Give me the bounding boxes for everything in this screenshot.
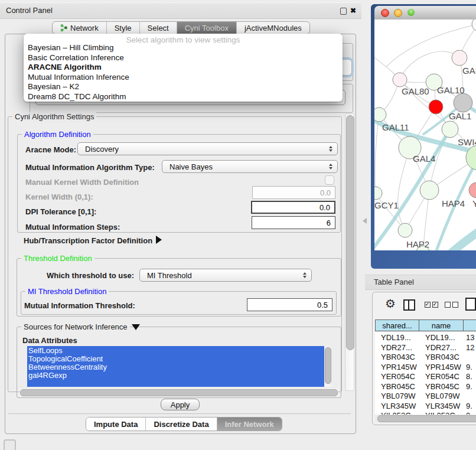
network-node[interactable] [420, 181, 439, 200]
mi-type-label: Mutual Information Algorithm Type: [25, 163, 155, 172]
close-panel-icon[interactable]: ✖ [350, 6, 356, 15]
mi-threshold-title: MI Threshold Definition [25, 287, 109, 296]
float-window-icon[interactable] [340, 8, 347, 15]
table-cell[interactable]: YBL079W [425, 392, 460, 400]
tab-jactivemnodules[interactable]: jActiveMNodules [236, 22, 309, 34]
apply-button[interactable]: Apply [161, 399, 200, 410]
attributes-hscrollbar[interactable] [19, 389, 338, 396]
zoom-window-icon[interactable] [407, 9, 415, 16]
network-node[interactable] [429, 100, 443, 114]
table-cell[interactable]: YER054C [381, 372, 415, 381]
table-cell[interactable]: 12 [466, 343, 474, 352]
network-window-titlebar[interactable] [374, 6, 476, 20]
sources-title: Sources for Network Inference [21, 322, 130, 331]
algorithm-option[interactable]: Bayesian – K2 [28, 82, 79, 91]
table-cell[interactable]: YBL079W [381, 392, 416, 400]
table-cell[interactable]: YER054C [425, 372, 459, 381]
gear-icon[interactable]: ⚙ [385, 296, 396, 311]
network-canvas[interactable]: GALGAL80GAL10GAL1GAL11SWI4GAL4HAP4YGCY1H… [374, 19, 476, 250]
table-cell[interactable]: YLR345W [381, 402, 416, 410]
hub-definition-label[interactable]: Hub/Transcription Factor Definition [24, 236, 152, 245]
tab-label: Discretize Data [154, 420, 208, 429]
manual-kernel-checkbox[interactable] [325, 175, 334, 185]
algorithm-option[interactable]: Dream8 DC_TDC Algorithm [28, 92, 126, 101]
mi-threshold-field[interactable]: 0.5 [247, 298, 332, 311]
network-node[interactable] [442, 121, 458, 138]
algorithm-option[interactable]: ARACNE Algorithm [28, 63, 102, 71]
table-cell[interactable]: 9. [466, 363, 472, 371]
table-cell[interactable]: 9. [466, 382, 472, 391]
table-body: YDL19...YDL19...13YDR27...YDR27...12YBR0… [375, 332, 476, 418]
settings-scrollbar-thumb[interactable] [346, 115, 354, 350]
attribute-item[interactable]: gal4RGexp [27, 371, 324, 380]
network-node[interactable] [398, 223, 412, 237]
table-cell[interactable]: YBR045C [425, 382, 459, 391]
table-cell[interactable]: 8. [466, 372, 472, 381]
tab-cyni-toolbox[interactable]: Cyni Toolbox [177, 22, 236, 34]
table-hscrollbar-thumb[interactable] [377, 415, 476, 422]
table-cell[interactable]: YDL19... [425, 333, 455, 342]
which-threshold-combo[interactable]: MI Threshold [139, 269, 312, 282]
attribute-item[interactable]: TopologicalCoefficient [27, 355, 324, 363]
table-cell[interactable]: YDL19... [381, 333, 411, 342]
table-cell[interactable]: 9. [466, 402, 472, 410]
network-node[interactable] [393, 73, 407, 87]
network-node[interactable] [472, 19, 476, 31]
kernel-width-field[interactable]: 0.0 [252, 186, 335, 199]
tab-style[interactable]: Style [106, 22, 139, 34]
network-icon [60, 24, 67, 32]
table-cell[interactable]: YLR345W [425, 402, 460, 410]
tab-discretize-data[interactable]: Discretize Data [145, 418, 216, 431]
mi-steps-field[interactable]: 6 [252, 216, 335, 229]
table-cell[interactable]: YBR043C [425, 353, 459, 361]
dock-icon[interactable] [4, 439, 16, 450]
table-hscrollbar[interactable] [375, 415, 476, 422]
algorithm-option[interactable]: Basic Correlation Inference [28, 53, 124, 62]
network-node[interactable] [374, 187, 382, 200]
dpi-tolerance-field[interactable]: 0.0 [251, 201, 335, 214]
hub-expand-icon[interactable] [156, 236, 162, 244]
tab-network[interactable]: Network [53, 22, 106, 34]
aracne-mode-combo[interactable]: Discovery [77, 142, 338, 155]
table-cell[interactable]: YDR27... [381, 343, 412, 352]
sources-collapse-icon[interactable] [132, 324, 140, 330]
data-attributes-label: Data Attributes [22, 336, 77, 345]
algorithm-option[interactable]: Bayesian – Hill Climbing [28, 43, 114, 52]
mi-type-combo[interactable]: Naive Bayes [162, 160, 338, 173]
attribute-item[interactable]: SelfLoops [27, 347, 324, 355]
table-cell[interactable]: YPR145W [425, 363, 461, 371]
table-panel-title: Table Panel [374, 278, 414, 286]
mi-type-value: Naive Bayes [169, 162, 213, 171]
tab-impute-data[interactable]: Impute Data [86, 418, 145, 431]
attribute-item[interactable]: BetweennessCentrality [27, 363, 324, 371]
attributes-hscrollbar-thumb[interactable] [20, 389, 338, 396]
attributes-vscrollbar[interactable] [324, 346, 331, 387]
minimize-window-icon[interactable] [394, 9, 402, 17]
attributes-list[interactable]: SelfLoopsTopologicalCoefficientBetweenne… [27, 346, 324, 387]
column-header[interactable]: shared... [375, 319, 419, 331]
column-header[interactable]: name [419, 319, 464, 331]
algorithm-option[interactable]: Mutual Information Inference [28, 73, 129, 81]
close-window-icon[interactable] [381, 9, 389, 17]
network-node[interactable] [374, 107, 386, 122]
new-table-icon[interactable] [465, 298, 476, 311]
network-node-label: HAP4 [442, 198, 465, 208]
network-node[interactable] [469, 182, 476, 198]
attributes-vscrollbar-thumb[interactable] [325, 347, 331, 384]
table-cell[interactable]: YBR043C [381, 353, 415, 361]
network-node-label: GAL11 [382, 122, 409, 132]
table-cell[interactable]: 13 [466, 333, 474, 342]
table-cell[interactable]: YDR27... [425, 343, 457, 352]
table-cell[interactable]: YPR145W [381, 363, 417, 371]
network-node[interactable] [452, 50, 467, 66]
aracne-mode-label: Aracne Mode: [25, 145, 76, 154]
tab-infer-network[interactable]: Infer Network [217, 418, 282, 431]
columns-icon[interactable] [403, 299, 415, 311]
settings-scrollbar[interactable] [345, 113, 354, 391]
table-cell[interactable]: YBR045C [381, 382, 415, 391]
tab-select[interactable]: Select [139, 22, 177, 34]
tab-label: Style [115, 24, 132, 32]
column-header[interactable] [464, 319, 476, 331]
network-edge-thick [444, 226, 476, 250]
network-node[interactable] [454, 93, 472, 112]
